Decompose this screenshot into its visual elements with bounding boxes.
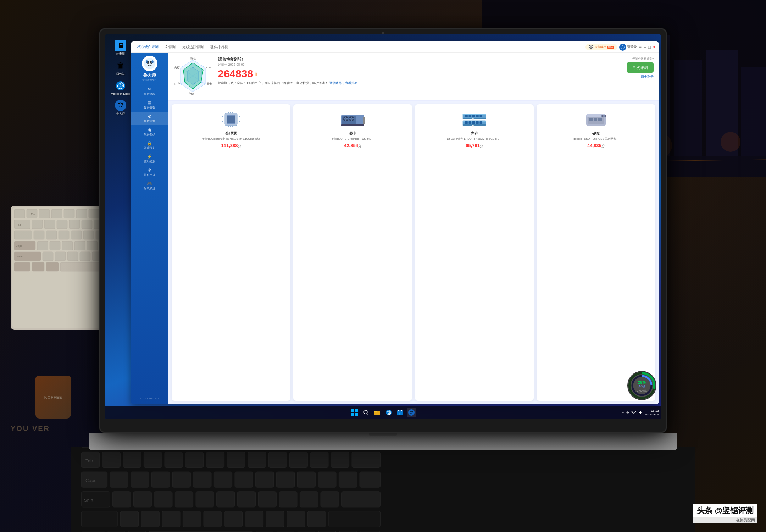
nav-check-label: 硬件体检 [144, 92, 155, 96]
nav-hardware-check[interactable]: ✉ 硬件体检 [131, 85, 168, 98]
cpu-overlay: 29% 24% CPU占载 [625, 369, 659, 404]
gpu-card-name: 显卡 [349, 131, 357, 136]
minimize-btn[interactable]: − [644, 45, 646, 50]
disk-spec: Hoodisk SSD（256 GB / 固态硬盘） [573, 137, 619, 141]
score-link[interactable]: 登录账号，查看排名 [329, 81, 358, 85]
start-button[interactable] [350, 408, 359, 417]
nav-hardware-protect[interactable]: ◉ 硬件防护 [131, 125, 168, 139]
svg-marker-196 [639, 411, 641, 414]
svg-rect-236 [151, 472, 170, 487]
svg-rect-134 [232, 126, 233, 127]
svg-rect-77 [55, 252, 66, 261]
coffee-mug: KOFFEE [35, 376, 71, 419]
svg-rect-223 [165, 452, 183, 467]
sidebar-nav: ✉ 硬件体检 ▤ 硬件参数 ⊙ 硬件评测 [131, 85, 168, 193]
desktop-icon-lumaster[interactable]: 🛡 鲁大师 [111, 100, 130, 116]
svg-point-195 [633, 414, 634, 414]
svg-text:存储: 存储 [188, 92, 194, 95]
svg-rect-132 [228, 126, 229, 127]
score-info-icon[interactable]: ℹ [255, 71, 257, 77]
svg-rect-182 [355, 409, 358, 412]
svg-rect-126 [227, 112, 227, 113]
tab-ranking[interactable]: 硬件排行榜 [207, 41, 231, 52]
svg-rect-160 [480, 114, 483, 117]
svg-rect-158 [472, 114, 475, 117]
svg-line-186 [367, 414, 368, 415]
lumaster-taskbar-button[interactable]: 🛡 [407, 408, 416, 417]
svg-rect-29 [64, 209, 74, 218]
nav-clean[interactable]: 🔒 清理优化 [131, 139, 168, 152]
svg-text:Caps: Caps [85, 478, 96, 483]
svg-rect-137 [222, 118, 223, 118]
nav-protect-icon: ◉ [148, 127, 151, 132]
desktop-icon-trash-label: 回收站 [116, 72, 125, 76]
svg-rect-133 [230, 126, 231, 127]
score-value: 264838 [218, 68, 253, 79]
nav-software-label: 软件市场 [144, 173, 155, 177]
nav-software[interactable]: ❋ 软件市场 [131, 166, 168, 179]
svg-rect-151 [363, 117, 365, 124]
score-desc-text: 此电脑击败了全国 18% 的用户，可以流畅的上网聊天、办公炒股，玩小游戏！ [218, 81, 328, 85]
retest-button[interactable]: 再次评测 [627, 62, 654, 73]
svg-rect-242 [276, 472, 294, 487]
calendar-button[interactable]: 9 [395, 408, 405, 417]
score-title-area: 综合性能得分 评测于 2022-08-09 264838 ℹ [218, 56, 257, 79]
svg-text:综合: 综合 [190, 57, 196, 60]
app-subtitle: 专注硬件防护 [142, 78, 157, 82]
svg-text:显卡: 显卡 [206, 82, 212, 85]
svg-text:内存: 内存 [174, 82, 180, 85]
svg-rect-228 [268, 452, 287, 467]
login-area[interactable]: ◯ 请登录 [619, 44, 637, 51]
svg-rect-224 [185, 452, 204, 467]
score-description: 此电脑击败了全国 18% 的用户，可以流畅的上网聊天、办公炒股，玩小游戏！ 登录… [218, 81, 654, 85]
svg-rect-264 [183, 511, 201, 527]
svg-rect-254 [237, 492, 255, 507]
hinge [369, 433, 397, 436]
svg-rect-269 [287, 511, 305, 527]
maximize-btn[interactable]: □ [648, 45, 651, 50]
svg-rect-130 [234, 112, 234, 113]
desktop-icon-trash[interactable]: 🗑 回收站 [111, 60, 130, 76]
svg-rect-256 [279, 492, 297, 507]
score-section: 综合 CPU 显卡 存储 内存 内存 [168, 53, 659, 101]
login-label[interactable]: 请登录 [627, 45, 637, 49]
app-avatar [142, 56, 157, 71]
big-bear-badge: 🐼 大熊猫行 NEW [585, 44, 617, 50]
svg-rect-226 [227, 452, 245, 467]
tab-core-test[interactable]: 核心硬件评测 [134, 41, 161, 52]
file-explorer-button[interactable] [373, 408, 382, 417]
memory-card: 内存 12 GB（镁光 LPDDR4 4267MHz 6GB x 2） 65,7… [415, 104, 534, 401]
nav-hardware-test[interactable]: ⊙ 硬件评测 [131, 112, 168, 125]
svg-text:29%: 29% [638, 380, 646, 384]
svg-rect-245 [339, 472, 357, 487]
score-info: 综合性能得分 评测于 2022-08-09 264838 ℹ [218, 56, 654, 85]
svg-rect-260 [81, 511, 118, 527]
svg-rect-229 [289, 452, 307, 467]
close-btn[interactable]: × [653, 45, 655, 50]
svg-rect-167 [472, 121, 475, 124]
svg-rect-154 [463, 118, 486, 119]
svg-rect-64 [37, 241, 48, 250]
nav-params-label: 硬件参数 [144, 106, 155, 110]
edge-taskbar-button[interactable] [384, 408, 393, 417]
tab-raytracing[interactable]: 光线追踪评测 [179, 41, 206, 52]
score-actions: 评测分数有异常? 再次评测 历史跑分 [627, 57, 654, 79]
svg-rect-225 [206, 452, 224, 467]
watermark: 头条 @竖锯评测 电脑易配网 [693, 504, 757, 523]
menu-icon[interactable]: ≡ [639, 45, 642, 50]
svg-text:Tab: Tab [16, 223, 21, 226]
svg-rect-270 [307, 511, 326, 527]
svg-rect-192 [398, 410, 399, 411]
desktop-icon-computer[interactable]: 🖥 此电脑 [111, 40, 130, 56]
desktop-icon-edge[interactable]: Microsoft Edge [111, 80, 130, 95]
tray-caret[interactable]: ∧ [622, 411, 624, 414]
svg-rect-188 [374, 411, 377, 412]
nav-hardware-params[interactable]: ▤ 硬件参数 [131, 98, 168, 112]
nav-games[interactable]: 🎮 游戏精选 [131, 179, 168, 193]
search-button[interactable] [361, 408, 371, 417]
nav-driver[interactable]: ⚡ 驱动检测 [131, 152, 168, 166]
history-score[interactable]: 历史跑分 [641, 74, 654, 79]
svg-rect-39 [32, 220, 43, 229]
system-time: 16:13 2022/08/09 [645, 409, 659, 416]
tab-ai-test[interactable]: AI评测 [162, 41, 178, 52]
